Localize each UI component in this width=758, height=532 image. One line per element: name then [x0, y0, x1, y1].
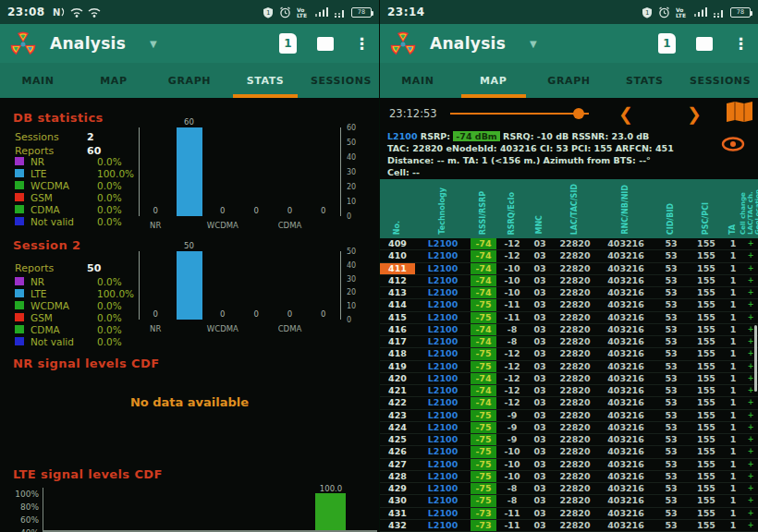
cell-no: 412 — [380, 275, 415, 286]
chevron-down-icon[interactable]: ▼ — [530, 39, 537, 49]
table-row[interactable]: 424L2100-75-90322820403216531551+ — [380, 422, 758, 434]
previous-button[interactable]: ❮ — [618, 105, 633, 123]
app-logo-icon — [389, 30, 417, 57]
cell-plus: + — [742, 446, 758, 457]
cell-rsrq: -8 — [496, 483, 528, 494]
cell-rnc: 403216 — [598, 263, 654, 274]
session2-title: Session 2 — [13, 238, 80, 252]
cell-rnc: 403216 — [598, 238, 654, 249]
cell-cid: 53 — [654, 250, 689, 261]
cell-rsrp: -74 — [471, 373, 496, 384]
table-row[interactable]: 428L2100-75-100322820403216531551+ — [380, 471, 758, 483]
table-row[interactable]: 422L2100-74-120322820403216531551+ — [380, 397, 758, 409]
legend-swatch — [15, 325, 24, 333]
cell-no: 418 — [380, 348, 415, 359]
table-row[interactable]: 420L2100-74-120322820403216531551+ — [380, 373, 758, 385]
scrollbar[interactable] — [754, 325, 757, 392]
playback-slider[interactable] — [450, 107, 589, 120]
tab-graph[interactable]: GRAPH — [532, 63, 607, 98]
column-header-psc[interactable]: PSC/PCI — [689, 179, 724, 238]
column-header-plus[interactable]: Cell change LAC/TAC ch. GeoLocation — [742, 179, 758, 238]
cell-lac: 22820 — [552, 483, 598, 494]
rsrq-label: RSRQ: — [503, 131, 533, 141]
cell-rsrq: -11 — [496, 520, 528, 531]
tab-map[interactable]: MAP — [76, 63, 152, 98]
table-row[interactable]: 417L2100-74-80322820403216531551+ — [380, 336, 758, 348]
cell-psc: 155 — [689, 263, 724, 274]
cell-psc: 155 — [689, 446, 724, 457]
table-row[interactable]: 414L2100-75-110322820403216531551+ — [380, 299, 758, 311]
chevron-down-icon[interactable]: ▼ — [150, 39, 157, 49]
table-row[interactable]: 431L2100-73-110322820403216531551+ — [380, 508, 758, 520]
tab-main[interactable]: MAIN — [380, 63, 456, 98]
cell-cid: 53 — [654, 446, 689, 457]
session2-counters: Reports50 — [15, 262, 101, 276]
cell-cid: 53 — [654, 373, 689, 384]
tab-stats[interactable]: STATS — [227, 63, 303, 98]
slider-thumb[interactable] — [573, 108, 584, 119]
column-header-rnc[interactable]: RNC/NB/NID — [598, 179, 654, 238]
cell-mnc: 03 — [528, 471, 552, 482]
column-header-rsrq[interactable]: RSRQ/EcIo — [496, 179, 528, 238]
column-header-cid[interactable]: CID/BID — [654, 179, 689, 238]
tab-map[interactable]: MAP — [456, 63, 532, 98]
table-row[interactable]: 416L2100-74-80322820403216531551+ — [380, 324, 758, 336]
table-row[interactable]: 409L2100-74-120322820403216531551+ — [380, 238, 758, 250]
cell-plus: + — [742, 508, 758, 519]
cell-cid: 53 — [654, 287, 689, 298]
cell-plus: + — [742, 410, 758, 421]
cell-rsrq: -10 — [496, 471, 528, 482]
cell-lac: 22820 — [552, 422, 598, 433]
column-header-no[interactable]: No. — [380, 179, 415, 238]
table-row[interactable]: 425L2100-75-90322820403216531551+ — [380, 434, 758, 446]
cdf-y-tick-label: 80% — [7, 502, 39, 512]
tab-stats[interactable]: STATS — [606, 63, 682, 98]
tab-sessions[interactable]: SESSIONS — [682, 63, 758, 98]
table-row[interactable]: 430L2100-75-80322820403216531551+ — [380, 495, 758, 507]
cell-tech: L2100 — [415, 299, 471, 310]
table-row[interactable]: 413L2100-74-100322820403216531551+ — [380, 287, 758, 299]
table-row[interactable]: 423L2100-75-90322820403216531551+ — [380, 410, 758, 422]
visibility-eye-icon[interactable] — [721, 137, 745, 155]
table-row[interactable]: 412L2100-74-100322820403216531551+ — [380, 275, 758, 287]
table-row[interactable]: 415L2100-75-110322820403216531551+ — [380, 312, 758, 324]
signal-bars-icon — [315, 6, 329, 18]
tab-sessions[interactable]: SESSIONS — [303, 63, 379, 98]
table-row[interactable]: 432L2100-73-110322820403216531551+ — [380, 520, 758, 532]
column-header-mnc[interactable]: MNC — [528, 179, 552, 238]
column-header-label: LAC/TAC/SID — [570, 184, 579, 235]
column-header-rsrp[interactable]: RSSI/RSRP — [471, 179, 496, 238]
cell-mnc: 03 — [528, 361, 552, 372]
rssnr-label: RSSNR: — [572, 131, 609, 141]
map-icon[interactable] — [726, 101, 753, 127]
table-row[interactable]: 419L2100-75-120322820403216531551+ — [380, 361, 758, 373]
cell-rsrp: -75 — [471, 434, 496, 445]
cell-plus: + — [742, 471, 758, 482]
sim-selector[interactable]: 1 — [279, 33, 297, 54]
table-row[interactable]: 410L2100-74-120322820403216531551+ — [380, 250, 758, 262]
table-row[interactable]: 426L2100-75-100322820403216531551+ — [380, 446, 758, 458]
cell-tech: L2100 — [415, 250, 471, 261]
cell-cid: 53 — [654, 459, 689, 470]
table-row[interactable]: 429L2100-75-80322820403216531551+ — [380, 483, 758, 495]
column-header-lac[interactable]: LAC/TAC/SID — [552, 179, 598, 238]
overflow-menu-button[interactable]: ⋮ — [733, 36, 749, 52]
overlay-window-button[interactable] — [696, 37, 713, 51]
table-row[interactable]: 427L2100-75-100322820403216531551+ — [380, 459, 758, 471]
table-row[interactable]: 421L2100-74-120322820403216531551+ — [380, 385, 758, 397]
overlay-window-button[interactable] — [317, 37, 334, 51]
cell-cid: 53 — [654, 410, 689, 421]
cell-mnc: 03 — [528, 410, 552, 421]
cell-ta: 1 — [724, 238, 742, 249]
sim-selector[interactable]: 1 — [658, 33, 676, 54]
table-row[interactable]: 418L2100-75-120322820403216531551+ — [380, 348, 758, 360]
cell-mnc: 03 — [528, 422, 552, 433]
overflow-menu-button[interactable]: ⋮ — [354, 36, 370, 52]
next-button[interactable]: ❯ — [687, 105, 702, 123]
table-row[interactable]: 411L2100-74-100322820403216531551+ — [380, 263, 758, 275]
tab-main[interactable]: MAIN — [0, 63, 76, 98]
cell-cid: 53 — [654, 397, 689, 408]
column-header-tech[interactable]: Technology — [415, 179, 471, 238]
tab-graph[interactable]: GRAPH — [152, 63, 227, 98]
cell-plus: + — [742, 459, 758, 470]
